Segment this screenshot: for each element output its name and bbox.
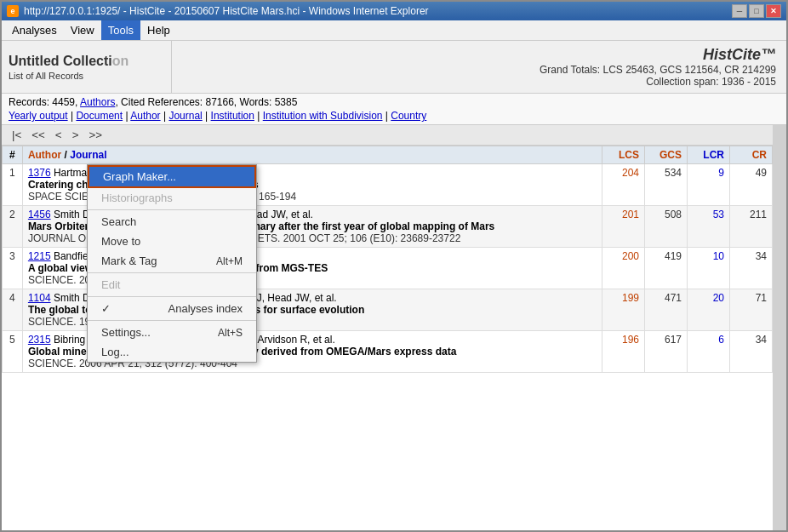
cited-refs: Cited References: 87166,	[121, 96, 239, 108]
menu-analyses[interactable]: Analyses	[5, 20, 64, 40]
cell-lcr: 53	[688, 206, 730, 248]
app-left: Untitled Collection List of All Records	[2, 41, 172, 93]
move-to-label: Move to	[101, 235, 140, 248]
minimize-button[interactable]: ─	[732, 4, 747, 18]
cell-lcs: 204	[602, 164, 645, 206]
cell-lcs: 196	[602, 331, 645, 373]
menu-help[interactable]: Help	[140, 20, 177, 40]
app-header: Untitled Collection List of All Records …	[2, 41, 786, 94]
settings-shortcut: Alt+S	[218, 327, 243, 339]
pagination-bar: |< << < > >>	[2, 125, 773, 146]
records-line: Records: 4459, Authors, Cited References…	[9, 95, 779, 109]
historiographs-label: Historiographs	[101, 192, 173, 204]
nav-line: Yearly output | Document | Author | Jour…	[9, 109, 779, 123]
cell-lcr: 6	[688, 331, 730, 373]
next-page-button[interactable]: >	[69, 128, 83, 142]
cell-lcr: 10	[688, 248, 730, 289]
main-area: |< << < > >> # Author / Journal LCS GCS …	[2, 125, 786, 530]
record-id-link[interactable]: 1104	[28, 292, 51, 304]
scrollbar[interactable]	[773, 125, 786, 530]
cell-num: 5	[3, 331, 23, 373]
settings-label: Settings...	[101, 326, 151, 339]
cell-gcs: 419	[645, 248, 688, 289]
dropdown-mark-tag[interactable]: Mark & Tag Alt+M	[88, 251, 256, 271]
cell-cr: 71	[730, 289, 773, 331]
dropdown-search[interactable]: Search	[88, 212, 256, 232]
institution-subdivision-link[interactable]: Institution with Subdivision	[263, 110, 383, 122]
title-bar: e http://127.0.0.1:1925/ - HistCite - 20…	[2, 2, 786, 20]
sep2	[88, 272, 256, 273]
yearly-output-link[interactable]: Yearly output	[9, 110, 68, 122]
cell-gcs: 617	[645, 331, 688, 373]
cell-num: 1	[3, 164, 23, 206]
record-id-link[interactable]: 2315	[28, 334, 51, 346]
menu-tools[interactable]: Tools	[101, 20, 140, 40]
record-id-link[interactable]: 1456	[28, 209, 51, 220]
menu-bar: Analyses View Tools Help	[2, 20, 786, 41]
histcite-brand: HistCite™	[703, 46, 776, 64]
cell-cr: 49	[730, 164, 773, 206]
cell-gcs: 508	[645, 206, 688, 248]
search-label: Search	[101, 215, 136, 228]
cell-cr: 34	[730, 248, 773, 289]
dropdown-move-to[interactable]: Move to	[88, 232, 256, 251]
dropdown-graph-maker[interactable]: Graph Maker...	[88, 165, 256, 188]
window-title: http://127.0.0.1:1925/ - HistCite - 2015…	[24, 5, 429, 17]
prev-page-button[interactable]: <	[52, 128, 66, 142]
dropdown-analyses-index[interactable]: Analyses index	[88, 299, 256, 318]
col-gcs: GCS	[645, 146, 688, 164]
sep3	[88, 296, 256, 297]
menu-view[interactable]: View	[64, 20, 101, 40]
col-lcs: LCS	[602, 146, 645, 164]
cell-lcs: 200	[602, 248, 645, 289]
table-header-row: # Author / Journal LCS GCS LCR CR	[3, 146, 773, 164]
cell-gcs: 534	[645, 164, 688, 206]
cell-num: 3	[3, 248, 23, 289]
cell-num: 2	[3, 206, 23, 248]
col-lcr: LCR	[688, 146, 730, 164]
sub-header: Records: 4459, Authors, Cited References…	[2, 94, 786, 125]
main-window: e http://127.0.0.1:1925/ - HistCite - 20…	[0, 0, 788, 532]
close-button[interactable]: ✕	[766, 4, 781, 18]
tools-dropdown: Graph Maker... Historiographs Search Mov…	[87, 164, 257, 363]
authors-link[interactable]: Authors	[80, 96, 115, 108]
next-next-page-button[interactable]: >>	[85, 128, 106, 142]
cell-lcr: 9	[688, 164, 730, 206]
cell-lcr: 20	[688, 289, 730, 331]
col-cr: CR	[730, 146, 773, 164]
stats-line-1: Grand Totals: LCS 25463, GCS 121564, CR …	[540, 64, 776, 76]
institution-link[interactable]: Institution	[211, 110, 254, 122]
cell-gcs: 471	[645, 289, 688, 331]
journal-link[interactable]: Journal	[168, 110, 202, 122]
dropdown-historiographs: Historiographs	[88, 188, 256, 208]
cell-cr: 211	[730, 206, 773, 248]
maximize-button[interactable]: □	[749, 4, 764, 18]
graph-maker-label: Graph Maker...	[103, 170, 176, 183]
app-title: Untitled Collection	[9, 54, 164, 69]
document-link[interactable]: Document	[76, 110, 123, 122]
analyses-index-label: Analyses index	[168, 302, 243, 315]
tools-dropdown-panel: Graph Maker... Historiographs Search Mov…	[87, 164, 257, 363]
app-right: HistCite™ Grand Totals: LCS 25463, GCS 1…	[172, 41, 786, 93]
first-page-button[interactable]: |<	[9, 128, 25, 142]
window-controls: ─ □ ✕	[732, 4, 781, 18]
mark-tag-label: Mark & Tag	[101, 255, 157, 267]
title-bar-text: e http://127.0.0.1:1925/ - HistCite - 20…	[7, 5, 429, 17]
words-label: Words: 5385	[240, 96, 298, 108]
dropdown-settings[interactable]: Settings... Alt+S	[88, 323, 256, 342]
cell-lcs: 199	[602, 289, 645, 331]
record-id-link[interactable]: 1215	[28, 250, 51, 262]
author-link[interactable]: Author	[130, 110, 160, 122]
dropdown-edit: Edit	[88, 275, 256, 295]
app-subtitle: List of All Records	[9, 71, 164, 81]
col-author-journal: Author / Journal	[22, 146, 602, 164]
records-prefix: Records: 4459,	[9, 96, 80, 108]
prev-prev-page-button[interactable]: <<	[28, 128, 49, 142]
edit-label: Edit	[101, 278, 120, 291]
cell-lcs: 201	[602, 206, 645, 248]
country-link[interactable]: Country	[391, 110, 426, 122]
cell-num: 4	[3, 289, 23, 331]
record-id-link[interactable]: 1376	[28, 167, 51, 179]
dropdown-log[interactable]: Log...	[88, 342, 256, 362]
col-num: #	[3, 146, 23, 164]
